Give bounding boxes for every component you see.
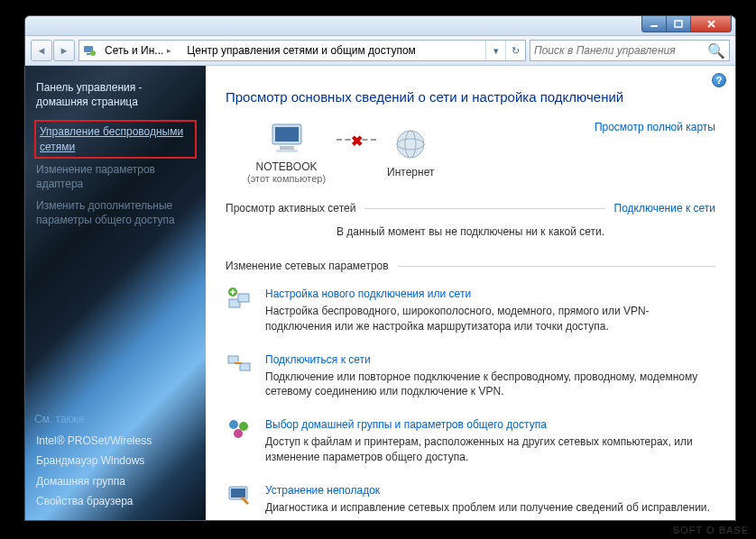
toolbar: ◄ ► Сеть и Ин...▸ Центр управления сетям… xyxy=(25,36,735,66)
network-category-icon xyxy=(82,43,97,58)
homegroup-icon xyxy=(226,416,253,443)
task-title[interactable]: Устранение неполадок xyxy=(265,484,380,497)
breadcrumb-seg-1[interactable]: Сеть и Ин...▸ xyxy=(99,41,181,60)
svg-rect-15 xyxy=(228,356,238,363)
back-button[interactable]: ◄ xyxy=(31,40,52,61)
sidebar-item-wireless[interactable]: Управление беспроводными сетями xyxy=(34,120,197,158)
minimize-button[interactable] xyxy=(641,15,667,32)
svg-point-18 xyxy=(239,422,248,431)
help-icon[interactable]: ? xyxy=(712,73,726,87)
address-dropdown[interactable]: ▾ xyxy=(485,41,505,60)
forward-button[interactable]: ► xyxy=(53,40,75,61)
no-networks-text: В данный момент вы не подключены ни к ка… xyxy=(226,222,715,247)
task-title[interactable]: Подключиться к сети xyxy=(265,353,371,366)
troubleshoot-icon xyxy=(226,481,253,508)
change-settings-header: Изменение сетевых параметров xyxy=(226,260,715,272)
active-networks-header: Просмотр активных сетей Подключение к се… xyxy=(226,202,715,215)
task-title[interactable]: Настройка нового подключения или сети xyxy=(265,288,471,300)
svg-rect-16 xyxy=(240,363,250,370)
globe-icon xyxy=(391,126,430,162)
svg-rect-3 xyxy=(87,53,90,55)
sidebar-home-link[interactable]: Панель управления - домашняя страница xyxy=(34,77,197,113)
svg-point-4 xyxy=(90,50,96,56)
sidebar-item-adapter[interactable]: Изменение параметров адаптера xyxy=(34,159,197,195)
sidebar-item-sharing[interactable]: Изменить дополнительные параметры общего… xyxy=(34,195,197,231)
computer-icon xyxy=(267,121,307,157)
sidebar: Панель управления - домашняя страница Уп… xyxy=(25,66,206,520)
task-troubleshoot: Устранение неполадок Диагностика и испра… xyxy=(226,481,715,516)
breadcrumb-seg-2[interactable]: Центр управления сетями и общим доступом xyxy=(181,41,422,60)
seealso-link-homegroup[interactable]: Домашняя группа xyxy=(34,471,197,491)
refresh-button[interactable]: ↻ xyxy=(505,41,525,60)
svg-rect-0 xyxy=(650,25,658,27)
svg-point-19 xyxy=(234,429,243,438)
svg-point-9 xyxy=(397,131,424,158)
task-desc: Доступ к файлам и принтерам, расположенн… xyxy=(265,434,715,465)
connection-line: ✖ xyxy=(337,139,376,141)
task-desc: Настройка беспроводного, широкополосного… xyxy=(265,304,715,334)
maximize-button[interactable] xyxy=(666,15,691,32)
node-this-computer[interactable]: NOTEBOOK (этот компьютер) xyxy=(247,121,326,184)
seealso-link-intel[interactable]: Intel® PROSet/Wireless xyxy=(34,431,197,451)
task-desc: Диагностика и исправление сетевых пробле… xyxy=(265,500,715,516)
seealso-link-firewall[interactable]: Брандмауэр Windows xyxy=(34,451,197,470)
node-name: Интернет xyxy=(387,166,434,178)
task-title[interactable]: Выбор домашней группы и параметров общег… xyxy=(265,418,547,431)
search-box[interactable]: 🔍 xyxy=(530,40,730,61)
svg-point-17 xyxy=(229,420,238,429)
main-content: ? Просмотр основных сведений о сети и на… xyxy=(206,66,735,520)
address-bar[interactable]: Сеть и Ин...▸ Центр управления сетями и … xyxy=(78,40,526,61)
search-input[interactable] xyxy=(534,44,707,57)
see-also-header: См. также xyxy=(34,413,197,425)
svg-rect-6 xyxy=(275,127,299,142)
watermark: SOFT O BASE xyxy=(673,525,749,535)
disconnected-icon: ✖ xyxy=(351,132,363,150)
titlebar[interactable] xyxy=(25,16,735,36)
node-name: NOTEBOOK xyxy=(247,160,326,173)
connect-icon xyxy=(226,351,253,378)
node-internet[interactable]: Интернет xyxy=(387,126,434,178)
full-map-link[interactable]: Просмотр полной карты xyxy=(595,121,715,133)
seealso-link-browser[interactable]: Свойства браузера xyxy=(34,491,197,511)
node-sub: (этот компьютер) xyxy=(247,173,326,184)
svg-rect-8 xyxy=(276,150,298,152)
network-map: Просмотр полной карты NOTEBOOK (этот ком… xyxy=(226,121,715,184)
control-panel-window: ◄ ► Сеть и Ин...▸ Центр управления сетям… xyxy=(24,15,736,521)
svg-rect-7 xyxy=(280,146,294,150)
svg-rect-1 xyxy=(675,21,682,27)
see-also-section: См. также Intel® PROSet/Wireless Брандма… xyxy=(34,413,197,511)
task-homegroup: Выбор домашней группы и параметров общег… xyxy=(226,416,715,465)
svg-rect-13 xyxy=(238,294,249,302)
task-new-connection: Настройка нового подключения или сети На… xyxy=(226,285,715,334)
new-connection-icon xyxy=(226,285,253,312)
task-desc: Подключение или повторное подключение к … xyxy=(265,370,715,400)
page-title: Просмотр основных сведений о сети и наст… xyxy=(226,89,715,105)
search-icon: 🔍 xyxy=(707,42,725,59)
task-connect: Подключиться к сети Подключение или повт… xyxy=(226,351,715,400)
svg-rect-21 xyxy=(231,489,245,498)
close-button[interactable] xyxy=(690,15,732,32)
connect-network-link[interactable]: Подключение к сети xyxy=(614,202,715,215)
